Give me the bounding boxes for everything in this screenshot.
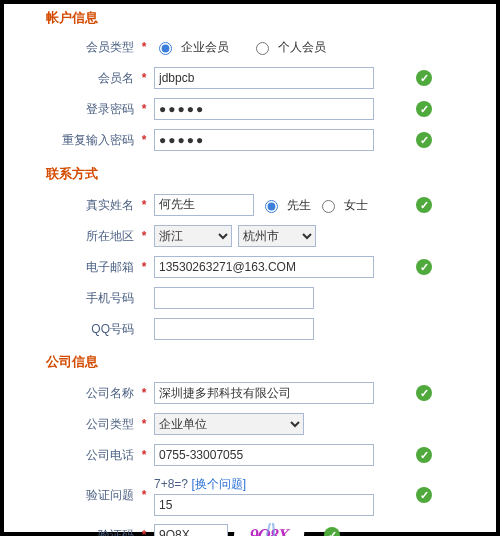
label-email: 电子邮箱: [24, 258, 134, 276]
required-star: *: [134, 38, 154, 56]
real-name-input[interactable]: [154, 194, 254, 216]
region-province-select[interactable]: 浙江: [154, 225, 232, 247]
captcha-image[interactable]: 9Q8X: [233, 523, 305, 537]
row-captcha: 验证码 * 9Q8X: [24, 522, 480, 537]
check-icon: [416, 101, 432, 117]
row-verify-question: 验证问题 * 7+8=? [换个问题]: [24, 475, 480, 516]
row-email: 电子邮箱 *: [24, 253, 480, 280]
label-confirm-password: 重复输入密码: [24, 131, 134, 149]
row-company-name: 公司名称 *: [24, 380, 480, 407]
label-member-type: 会员类型: [24, 38, 134, 56]
row-member-type: 会员类型 * 企业会员 个人会员: [24, 34, 480, 61]
section-title-account: 帐户信息: [46, 8, 480, 28]
row-qq: QQ号码: [24, 315, 480, 342]
required-star: *: [134, 384, 154, 402]
required-star: *: [134, 258, 154, 276]
required-star: *: [134, 486, 154, 504]
required-star: *: [134, 526, 154, 536]
row-login-password: 登录密码 *: [24, 96, 480, 123]
confirm-password-input[interactable]: [154, 129, 374, 151]
verify-question-text: 7+8=?: [154, 477, 188, 491]
radio-corp-member-label: 企业会员: [181, 38, 229, 56]
label-verify-question: 验证问题: [24, 486, 134, 504]
qq-input[interactable]: [154, 318, 314, 340]
radio-gender-male-label: 先生: [287, 196, 311, 214]
check-icon: [416, 487, 432, 503]
check-icon: [416, 197, 432, 213]
radio-corp-member[interactable]: [159, 42, 172, 55]
row-mobile: 手机号码: [24, 284, 480, 311]
login-password-input[interactable]: [154, 98, 374, 120]
required-star: *: [134, 69, 154, 87]
row-company-type: 公司类型 * 企业单位: [24, 411, 480, 438]
label-captcha: 验证码: [24, 526, 134, 536]
row-member-name: 会员名 *: [24, 65, 480, 92]
label-login-password: 登录密码: [24, 100, 134, 118]
required-star: *: [134, 100, 154, 118]
required-star: *: [134, 415, 154, 433]
company-name-input[interactable]: [154, 382, 374, 404]
row-real-name: 真实姓名 * 先生 女士: [24, 191, 480, 218]
section-title-contact: 联系方式: [46, 164, 480, 184]
label-real-name: 真实姓名: [24, 196, 134, 214]
label-company-phone: 公司电话: [24, 446, 134, 464]
required-star: *: [134, 196, 154, 214]
label-company-name: 公司名称: [24, 384, 134, 402]
row-company-phone: 公司电话 *: [24, 442, 480, 469]
label-region: 所在地区: [24, 227, 134, 245]
radio-gender-male[interactable]: [265, 200, 278, 213]
check-icon: [416, 385, 432, 401]
radio-personal-member-label: 个人会员: [278, 38, 326, 56]
change-question-link[interactable]: [换个问题]: [191, 477, 246, 491]
section-title-company: 公司信息: [46, 352, 480, 372]
required-star: *: [134, 446, 154, 464]
check-icon: [416, 132, 432, 148]
label-company-type: 公司类型: [24, 415, 134, 433]
radio-gender-female-label: 女士: [344, 196, 368, 214]
radio-gender-female[interactable]: [322, 200, 335, 213]
email-input[interactable]: [154, 256, 374, 278]
check-icon: [416, 259, 432, 275]
check-icon: [324, 527, 340, 536]
required-star: *: [134, 227, 154, 245]
label-qq: QQ号码: [24, 320, 134, 338]
label-mobile: 手机号码: [24, 289, 134, 307]
row-confirm-password: 重复输入密码 *: [24, 127, 480, 154]
check-icon: [416, 70, 432, 86]
label-member-name: 会员名: [24, 69, 134, 87]
captcha-input[interactable]: [154, 524, 228, 536]
verify-question-input[interactable]: [154, 494, 374, 516]
radio-personal-member[interactable]: [256, 42, 269, 55]
company-phone-input[interactable]: [154, 444, 374, 466]
company-type-select[interactable]: 企业单位: [154, 413, 304, 435]
check-icon: [416, 447, 432, 463]
member-name-input[interactable]: [154, 67, 374, 89]
required-star: *: [134, 131, 154, 149]
mobile-input[interactable]: [154, 287, 314, 309]
row-region: 所在地区 * 浙江 杭州市: [24, 222, 480, 249]
region-city-select[interactable]: 杭州市: [238, 225, 316, 247]
